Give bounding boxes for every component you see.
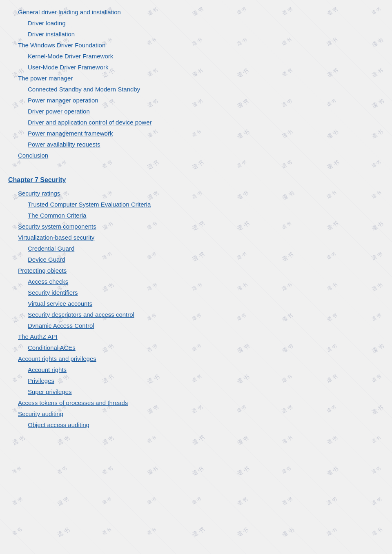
toc-link-driver-power-operation[interactable]: Driver power operation	[28, 108, 90, 115]
toc-link-connected-standby[interactable]: Connected Standby and Modern Standby	[28, 86, 140, 93]
toc-link-power-manager-operation[interactable]: Power manager operation	[28, 97, 98, 104]
list-item: Account rights	[28, 365, 376, 375]
list-item: Dynamic Access Control	[28, 321, 376, 331]
list-item: The Windows Driver Foundation	[18, 40, 376, 50]
toc-link-power-availability[interactable]: Power availability requests	[28, 141, 100, 148]
list-item: Security identifiers	[28, 288, 376, 298]
list-item: User-Mode Driver Framework	[28, 62, 376, 72]
list-item: Device Guard	[28, 255, 376, 265]
list-item: Security auditing	[18, 409, 376, 419]
list-item: Account rights and privileges	[18, 354, 376, 364]
list-item: Security descriptors and access control	[28, 310, 376, 320]
list-item: Super privileges	[28, 387, 376, 397]
toc-link-account-rights[interactable]: Account rights and privileges	[18, 355, 96, 362]
list-item: Access tokens of processes and threads	[18, 398, 376, 408]
toc-link-security-system-components[interactable]: Security system components	[18, 223, 96, 230]
list-item: Power availability requests	[28, 140, 376, 149]
chapter-7-heading: Chapter 7 Security	[8, 175, 376, 185]
toc-link-security-ratings[interactable]: Security ratings	[18, 190, 60, 197]
list-item: Security system components	[18, 222, 376, 231]
watermark-text: 遗 书	[236, 434, 250, 435]
list-item: Security ratings	[18, 189, 376, 198]
watermark-text: 遗 书	[101, 434, 115, 435]
toc-link-windows-driver-foundation[interactable]: The Windows Driver Foundation	[18, 42, 105, 49]
list-item: Virtual service accounts	[28, 299, 376, 309]
toc-link-account-rights-sub[interactable]: Account rights	[28, 366, 67, 373]
toc-link-device-guard[interactable]: Device Guard	[28, 256, 65, 263]
list-item: Protecting objects	[18, 266, 376, 276]
toc-link-authz-api[interactable]: The AuthZ API	[18, 333, 58, 340]
list-item: Connected Standby and Modern Standby	[28, 85, 376, 94]
toc-link-conditional-aces[interactable]: Conditional ACEs	[28, 344, 76, 351]
list-item: Power manager operation	[28, 96, 376, 105]
toc-link-umdf[interactable]: User-Mode Driver Framework	[28, 64, 109, 71]
chapter-7-items: Security ratings Trusted Computer System…	[8, 189, 376, 430]
watermark-text: 遗 书	[56, 434, 71, 435]
toc-link-power-manager[interactable]: The power manager	[18, 75, 73, 82]
toc-link-object-access-auditing[interactable]: Object access auditing	[28, 421, 89, 428]
toc-link-common-criteria[interactable]: The Common Criteria	[28, 212, 86, 219]
watermark-text: 遗 书	[11, 434, 27, 435]
toc-link-dynamic-access-control[interactable]: Dynamic Access Control	[28, 322, 94, 329]
toc-link-security-descriptors[interactable]: Security descriptors and access control	[28, 311, 134, 318]
toc-link-virtual-service-accounts[interactable]: Virtual service accounts	[28, 300, 92, 307]
list-item: Driver and application control of device…	[28, 118, 376, 127]
list-item: The AuthZ API	[18, 332, 376, 342]
toc-link-tcsec[interactable]: Trusted Computer System Evaluation Crite…	[28, 201, 151, 208]
list-item: Privileges	[28, 376, 376, 386]
toc-link-privileges[interactable]: Privileges	[28, 377, 54, 384]
toc-link-driver-installation[interactable]: Driver installation	[28, 31, 75, 38]
list-item: Conditional ACEs	[28, 343, 376, 353]
toc-link-general-driver[interactable]: General driver loading and installation	[18, 9, 121, 16]
list-item: Kernel-Mode Driver Framework	[28, 51, 376, 61]
list-item: Driver loading	[28, 18, 376, 28]
list-item: Object access auditing	[28, 420, 376, 430]
toc-link-credential-guard[interactable]: Credential Guard	[28, 245, 74, 252]
toc-link-conclusion[interactable]: Conclusion	[18, 152, 48, 159]
toc-link-super-privileges[interactable]: Super privileges	[28, 388, 72, 395]
toc-link-access-tokens[interactable]: Access tokens of processes and threads	[18, 399, 128, 406]
toc-link-driver-loading[interactable]: Driver loading	[28, 20, 66, 27]
list-item: Trusted Computer System Evaluation Crite…	[28, 200, 376, 209]
watermark-text: 遗 书	[191, 434, 206, 435]
list-item: General driver loading and installation	[18, 7, 376, 17]
toc-link-virtualization-security[interactable]: Virtualization-based security	[18, 234, 94, 241]
list-item: Conclusion	[18, 151, 376, 160]
list-item: Access checks	[28, 277, 376, 287]
toc-link-security-identifiers[interactable]: Security identifiers	[28, 289, 78, 296]
list-item: The Common Criteria	[28, 211, 376, 220]
list-item: Power management framework	[28, 129, 376, 138]
toc-link-security-auditing[interactable]: Security auditing	[18, 410, 63, 417]
watermark-text: 遗 书	[281, 434, 294, 435]
watermark-text: 遗 书	[326, 434, 339, 435]
list-item: Driver installation	[28, 29, 376, 39]
list-item: The power manager	[18, 73, 376, 83]
toc-link-access-checks[interactable]: Access checks	[28, 278, 68, 285]
list-item: Virtualization-based security	[18, 233, 376, 243]
toc-link-driver-app-control[interactable]: Driver and application control of device…	[28, 119, 152, 126]
pre-chapter-items: General driver loading and installation …	[8, 7, 376, 160]
list-item: Driver power operation	[28, 107, 376, 116]
chapter-7-link[interactable]: Chapter 7 Security	[8, 176, 66, 183]
toc-content: General driver loading and installation …	[8, 4, 376, 430]
toc-link-power-mgmt-framework[interactable]: Power management framework	[28, 130, 113, 137]
toc-link-protecting-objects[interactable]: Protecting objects	[18, 267, 67, 274]
list-item: Credential Guard	[28, 244, 376, 254]
toc-link-kmdf[interactable]: Kernel-Mode Driver Framework	[28, 53, 113, 60]
